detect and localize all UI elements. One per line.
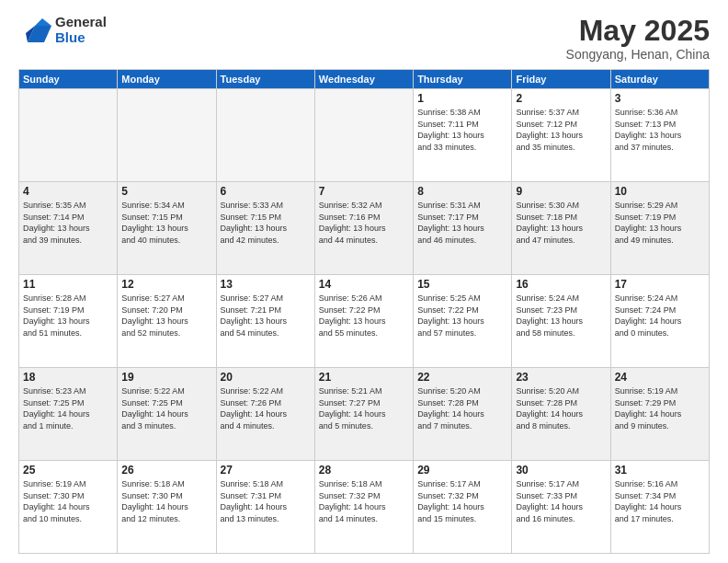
day-number: 17 [615, 278, 705, 291]
day-number: 2 [516, 92, 606, 105]
table-row: 31Sunrise: 5:16 AM Sunset: 7:34 PM Dayli… [610, 461, 709, 554]
table-row [19, 89, 118, 182]
day-number: 27 [221, 464, 311, 477]
day-number: 7 [319, 185, 409, 198]
week-row-1: 1Sunrise: 5:38 AM Sunset: 7:11 PM Daylig… [19, 89, 710, 182]
table-row: 20Sunrise: 5:22 AM Sunset: 7:26 PM Dayli… [216, 368, 314, 461]
day-number: 3 [615, 92, 705, 105]
day-info: Sunrise: 5:17 AM Sunset: 7:32 PM Dayligh… [417, 478, 507, 524]
table-row: 9Sunrise: 5:30 AM Sunset: 7:18 PM Daylig… [512, 182, 610, 275]
day-number: 16 [516, 278, 606, 291]
table-row: 18Sunrise: 5:23 AM Sunset: 7:25 PM Dayli… [19, 368, 118, 461]
logo-blue: Blue [55, 30, 107, 46]
table-row: 17Sunrise: 5:24 AM Sunset: 7:24 PM Dayli… [610, 275, 709, 368]
day-number: 25 [23, 464, 113, 477]
calendar-table: Sunday Monday Tuesday Wednesday Thursday… [18, 69, 710, 554]
table-row: 4Sunrise: 5:35 AM Sunset: 7:14 PM Daylig… [19, 182, 118, 275]
table-row: 22Sunrise: 5:20 AM Sunset: 7:28 PM Dayli… [414, 368, 512, 461]
week-row-2: 4Sunrise: 5:35 AM Sunset: 7:14 PM Daylig… [19, 182, 710, 275]
table-row [118, 89, 216, 182]
table-row: 10Sunrise: 5:29 AM Sunset: 7:19 PM Dayli… [610, 182, 709, 275]
header-row: Sunday Monday Tuesday Wednesday Thursday… [19, 70, 710, 89]
col-tuesday: Tuesday [216, 70, 314, 89]
day-info: Sunrise: 5:24 AM Sunset: 7:23 PM Dayligh… [516, 293, 606, 339]
table-row: 3Sunrise: 5:36 AM Sunset: 7:13 PM Daylig… [610, 89, 709, 182]
table-row: 21Sunrise: 5:21 AM Sunset: 7:27 PM Dayli… [314, 368, 413, 461]
day-number: 21 [319, 371, 409, 384]
day-number: 31 [615, 464, 705, 477]
col-thursday: Thursday [414, 70, 512, 89]
table-row: 7Sunrise: 5:32 AM Sunset: 7:16 PM Daylig… [314, 182, 413, 275]
table-row: 14Sunrise: 5:26 AM Sunset: 7:22 PM Dayli… [314, 275, 413, 368]
day-info: Sunrise: 5:21 AM Sunset: 7:27 PM Dayligh… [319, 385, 409, 431]
week-row-4: 18Sunrise: 5:23 AM Sunset: 7:25 PM Dayli… [19, 368, 710, 461]
table-row [216, 89, 314, 182]
table-row: 1Sunrise: 5:38 AM Sunset: 7:11 PM Daylig… [414, 89, 512, 182]
header: General Blue May 2025 Songyang, Henan, C… [18, 15, 710, 62]
table-row: 19Sunrise: 5:22 AM Sunset: 7:25 PM Dayli… [118, 368, 216, 461]
day-info: Sunrise: 5:17 AM Sunset: 7:33 PM Dayligh… [516, 478, 606, 524]
table-row [314, 89, 413, 182]
table-row: 24Sunrise: 5:19 AM Sunset: 7:29 PM Dayli… [610, 368, 709, 461]
day-info: Sunrise: 5:32 AM Sunset: 7:16 PM Dayligh… [319, 200, 409, 246]
table-row: 25Sunrise: 5:19 AM Sunset: 7:30 PM Dayli… [19, 461, 118, 554]
col-monday: Monday [118, 70, 216, 89]
table-row: 6Sunrise: 5:33 AM Sunset: 7:15 PM Daylig… [216, 182, 314, 275]
col-friday: Friday [512, 70, 610, 89]
day-info: Sunrise: 5:24 AM Sunset: 7:24 PM Dayligh… [615, 293, 705, 339]
day-info: Sunrise: 5:20 AM Sunset: 7:28 PM Dayligh… [417, 385, 507, 431]
svg-marker-1 [35, 18, 51, 26]
table-row: 5Sunrise: 5:34 AM Sunset: 7:15 PM Daylig… [118, 182, 216, 275]
day-number: 9 [516, 185, 606, 198]
day-number: 13 [221, 278, 311, 291]
table-row: 23Sunrise: 5:20 AM Sunset: 7:28 PM Dayli… [512, 368, 610, 461]
table-row: 28Sunrise: 5:18 AM Sunset: 7:32 PM Dayli… [314, 461, 413, 554]
day-number: 18 [23, 371, 113, 384]
day-info: Sunrise: 5:18 AM Sunset: 7:31 PM Dayligh… [221, 478, 311, 524]
day-number: 1 [417, 92, 507, 105]
day-number: 20 [221, 371, 311, 384]
logo: General Blue [18, 15, 107, 45]
col-wednesday: Wednesday [314, 70, 413, 89]
day-number: 15 [417, 278, 507, 291]
day-info: Sunrise: 5:28 AM Sunset: 7:19 PM Dayligh… [23, 293, 113, 339]
logo-text: General Blue [55, 15, 107, 45]
table-row: 30Sunrise: 5:17 AM Sunset: 7:33 PM Dayli… [512, 461, 610, 554]
day-info: Sunrise: 5:26 AM Sunset: 7:22 PM Dayligh… [319, 293, 409, 339]
table-row: 8Sunrise: 5:31 AM Sunset: 7:17 PM Daylig… [414, 182, 512, 275]
table-row: 12Sunrise: 5:27 AM Sunset: 7:20 PM Dayli… [118, 275, 216, 368]
day-info: Sunrise: 5:34 AM Sunset: 7:15 PM Dayligh… [121, 200, 211, 246]
day-info: Sunrise: 5:29 AM Sunset: 7:19 PM Dayligh… [615, 200, 705, 246]
page: General Blue May 2025 Songyang, Henan, C… [0, 0, 728, 563]
day-info: Sunrise: 5:19 AM Sunset: 7:30 PM Dayligh… [23, 478, 113, 524]
table-row: 16Sunrise: 5:24 AM Sunset: 7:23 PM Dayli… [512, 275, 610, 368]
day-info: Sunrise: 5:19 AM Sunset: 7:29 PM Dayligh… [615, 385, 705, 431]
col-sunday: Sunday [19, 70, 118, 89]
day-info: Sunrise: 5:22 AM Sunset: 7:25 PM Dayligh… [121, 385, 211, 431]
day-info: Sunrise: 5:20 AM Sunset: 7:28 PM Dayligh… [516, 385, 606, 431]
day-number: 6 [221, 185, 311, 198]
table-row: 15Sunrise: 5:25 AM Sunset: 7:22 PM Dayli… [414, 275, 512, 368]
table-row: 26Sunrise: 5:18 AM Sunset: 7:30 PM Dayli… [118, 461, 216, 554]
week-row-3: 11Sunrise: 5:28 AM Sunset: 7:19 PM Dayli… [19, 275, 710, 368]
day-number: 10 [615, 185, 705, 198]
day-number: 5 [121, 185, 211, 198]
day-number: 19 [121, 371, 211, 384]
location: Songyang, Henan, China [566, 47, 710, 62]
logo-icon [18, 17, 51, 44]
day-info: Sunrise: 5:18 AM Sunset: 7:30 PM Dayligh… [121, 478, 211, 524]
day-number: 4 [23, 185, 113, 198]
day-info: Sunrise: 5:23 AM Sunset: 7:25 PM Dayligh… [23, 385, 113, 431]
logo-general: General [55, 15, 107, 30]
day-number: 23 [516, 371, 606, 384]
table-row: 29Sunrise: 5:17 AM Sunset: 7:32 PM Dayli… [414, 461, 512, 554]
day-info: Sunrise: 5:31 AM Sunset: 7:17 PM Dayligh… [417, 200, 507, 246]
day-number: 26 [121, 464, 211, 477]
day-info: Sunrise: 5:37 AM Sunset: 7:12 PM Dayligh… [516, 107, 606, 153]
day-info: Sunrise: 5:27 AM Sunset: 7:21 PM Dayligh… [221, 293, 311, 339]
day-number: 8 [417, 185, 507, 198]
day-info: Sunrise: 5:27 AM Sunset: 7:20 PM Dayligh… [121, 293, 211, 339]
title-block: May 2025 Songyang, Henan, China [566, 15, 710, 62]
day-info: Sunrise: 5:38 AM Sunset: 7:11 PM Dayligh… [417, 107, 507, 153]
day-number: 24 [615, 371, 705, 384]
